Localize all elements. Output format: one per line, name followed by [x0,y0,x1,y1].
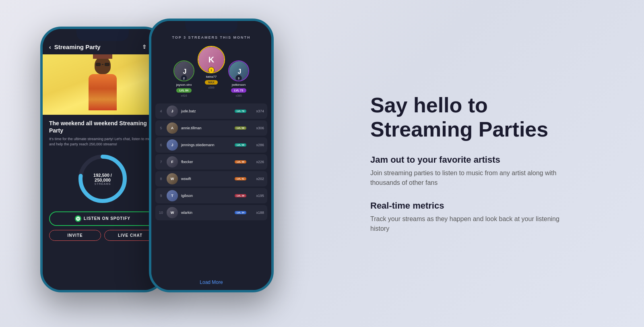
rank-badge-2: 2 [181,75,187,81]
phone-left: ‹ Streaming Party ⇧ ▭ [40,27,165,292]
lb-name-5: annie.tillman [181,126,231,130]
feature-1-desc: Join streaming parties to listen to musi… [370,168,580,188]
lb-rank-7: 7 [159,160,163,164]
lb-streams-7: x226 [251,160,264,164]
progress-number: 192,500 / 250,000 [90,172,116,182]
rank-badge-3: 3 [235,75,242,81]
progress-label: STREAMS [90,182,116,185]
lb-rank-9: 9 [159,194,163,198]
top3-second-place: J 2 jayson.stro LVL 84 x416 [173,60,194,97]
glass-right [105,63,109,66]
top3-streams-3: x385 [235,94,242,97]
progress-center-text: 192,500 / 250,000 STREAMS [90,172,116,185]
lb-streams-6: x286 [251,143,264,147]
top3-level-3: LVL 73 [231,88,246,93]
top3-streams-2: x416 [181,94,187,97]
lb-level-5: LVL 58 [235,126,246,130]
lb-avatar-4: J [167,106,178,117]
lb-rank-10: 10 [159,211,163,215]
party-title: The weekend all weekend Streaming Party [49,120,156,134]
lb-streams-8: x202 [251,177,264,181]
lb-rank-8: 8 [159,177,163,181]
party-info: The weekend all weekend Streaming Party … [43,115,163,149]
lb-rank-5: 5 [159,126,163,130]
leaderboard-row-8: 8 W wswift LVL 41 x202 [155,171,267,186]
lb-level-7: LVL 48 [235,160,246,164]
phone-right: TOP 3 STREAMERS THIS MONTH J 2 jayson.st… [149,19,274,292]
lb-streams-9: x195 [251,194,264,198]
lb-avatar-9: T [167,190,178,201]
feature-2-title: Real-time metrics [370,201,596,211]
party-desc: It's time for the ultimate streaming par… [49,137,156,147]
phone-right-content: TOP 3 STREAMERS THIS MONTH J 2 jayson.st… [151,21,271,290]
person-body [89,74,117,110]
feature-1: Jam out to your favorite artists Join st… [370,155,596,188]
party-header-title: Streaming Party [54,43,101,50]
glass-left [96,63,101,66]
spotify-icon [75,215,81,222]
lb-streams-5: x306 [251,126,264,130]
invite-button[interactable]: INVITE [49,230,101,241]
top3-first-place: K 1 keira77 MAX x599 [198,46,225,89]
person-hat [93,54,112,59]
feature-1-title: Jam out to your favorite artists [370,155,596,165]
top3-avatar-2: J 2 [173,60,194,81]
lb-level-9: LVL 38 [235,194,246,197]
party-header-left: ‹ Streaming Party [49,43,101,50]
top3-level-2: LVL 84 [176,88,192,93]
lb-level-8: LVL 41 [235,177,246,180]
feature-2-desc: Track your streams as they happen and lo… [370,214,580,234]
top3-name-3: jwilkinson [232,83,246,87]
leaderboard-row-7: 7 F fbecker LVL 48 x226 [155,154,267,170]
phone-left-content: ‹ Streaming Party ⇧ ▭ [43,29,163,290]
page-container: ‹ Streaming Party ⇧ ▭ [0,0,644,327]
top3-streams-1: x599 [208,86,214,89]
leaderboard-row-4: 4 J jude.batz LVL 79 x374 [155,103,267,119]
lb-streams-4: x374 [251,109,264,113]
leaderboard-row-9: 9 T tgibson LVL 38 x195 [155,188,267,203]
lb-name-7: fbecker [181,160,231,164]
glass-bridge [102,64,103,65]
top3-name-2: jayson.stro [176,83,192,87]
lb-avatar-8: W [167,173,178,184]
phone-notch-right [185,21,237,33]
person-head [95,56,111,74]
lb-name-6: jennings.stiedemann [181,143,231,147]
lb-name-9: tgibson [181,194,231,198]
leaderboard-row-5: 5 A annie.tillman LVL 58 x306 [155,120,267,136]
top3-avatar-1: K 1 [198,46,225,73]
leaderboard-row-6: 6 J jennings.stiedemann LVL 58 x286 [155,137,267,153]
lb-streams-10: x188 [251,211,264,215]
feature-2: Real-time metrics Track your streams as … [370,201,596,234]
lb-level-6: LVL 58 [235,143,246,147]
top3-area: J 2 jayson.stro LVL 84 x416 K 1 keira7 [151,46,271,103]
lb-avatar-6: J [167,139,178,151]
lb-avatar-7: F [167,156,178,168]
lb-name-4: jude.batz [181,109,231,113]
lb-level-10: LVL 34 [235,211,246,214]
share-icon[interactable]: ⇧ [142,44,147,50]
lb-avatar-5: A [167,122,178,134]
phones-area: ‹ Streaming Party ⇧ ▭ [24,10,338,317]
leaderboard-list: 4 J jude.batz LVL 79 x374 5 A annie.till… [151,103,271,275]
hero-person [80,56,125,115]
top3-level-1: MAX [205,80,218,85]
lb-rank-4: 4 [159,109,163,113]
live-chat-button[interactable]: LIVE CHAT [104,230,156,241]
lb-rank-6: 6 [159,143,163,147]
action-buttons: INVITE LIVE CHAT [49,230,156,241]
hero-bg [43,54,163,115]
progress-area: 192,500 / 250,000 STREAMS [43,149,163,208]
load-more-button[interactable]: Load More [151,275,271,290]
leaderboard-row-10: 10 W wlarkin LVL 34 x188 [155,205,267,220]
lb-name-10: wlarkin [181,211,231,215]
lb-level-4: LVL 79 [235,110,246,113]
glasses [96,63,109,66]
lb-avatar-10: W [167,207,178,218]
back-icon[interactable]: ‹ [49,44,51,50]
top3-avatar-3: J 3 [228,60,249,81]
phone-notch-left [76,29,129,41]
party-hero-image [43,54,163,115]
top3-third-place: J 3 jwilkinson LVL 73 x385 [228,60,249,97]
listen-on-spotify-button[interactable]: LISTEN ON SPOTIFY [49,211,156,226]
